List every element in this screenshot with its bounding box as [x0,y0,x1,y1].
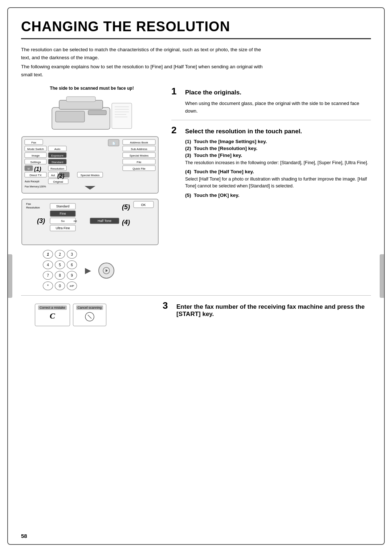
svg-text:Standard: Standard [56,204,70,208]
key-star[interactable]: * [43,281,53,290]
svg-text:Fax: Fax [26,202,31,206]
svg-text:Fine: Fine [60,212,66,215]
svg-text:📄: 📄 [112,142,115,145]
sub-step-4-desc: Select [Half Tone] for a photo or illust… [185,176,371,190]
keypad: 1 2 3 4 5 6 7 8 9 * 0 #/P [43,250,78,291]
key-2[interactable]: 2 [55,250,65,259]
face-up-box: The side to be scanned must be face up! [21,86,163,133]
step-3-left: Correct a mistake C Cancel scanning [21,300,163,326]
cancel-scanning-label: Cancel scanning [76,305,103,310]
left-column: The side to be scanned must be face up! [21,86,163,291]
svg-text:(2): (2) [57,173,65,179]
step-3-right: 3 Enter the fax number of the receiving … [163,300,371,321]
svg-text:(5): (5) [122,203,130,211]
key-4[interactable]: 4 [43,260,53,269]
start-icon [103,267,110,274]
cancel-icon [84,311,95,322]
svg-text:(4): (4) [122,219,130,226]
svg-text:Fax Memory:100%: Fax Memory:100% [25,185,46,188]
svg-text:Ultra Fine: Ultra Fine [56,226,70,230]
section-sep-1 [171,120,371,120]
step-2-number: 2 [171,125,181,136]
start-button[interactable] [98,263,114,279]
svg-text:Original: Original [53,180,63,183]
svg-text:Mode Switch: Mode Switch [27,147,44,151]
step-2: 2 Select the resolution in the touch pan… [171,125,371,198]
svg-rect-11 [22,137,158,193]
section-sep-2 [21,295,371,296]
key-9[interactable]: 9 [67,271,77,280]
machine-illustration [45,93,139,133]
key-1[interactable]: 1 [43,250,53,259]
step-1: 1 Place the originals. When using the do… [171,86,371,114]
svg-text:Standard: Standard [52,161,63,164]
step-1-desc: When using the document glass, place the… [185,100,371,114]
step-3-number: 3 [163,300,173,311]
step-1-header: 1 Place the originals. [171,86,371,97]
sub-step-2: (2) Touch the [Resolution] key. [185,146,371,151]
correct-mistake-button[interactable]: Correct a mistake C [35,304,70,326]
svg-text:Auto: Auto [54,147,61,151]
right-column: 1 Place the originals. When using the do… [171,86,371,291]
keypad-area: 1 2 3 4 5 6 7 8 9 * 0 #/P ▶ [43,250,163,291]
svg-text:Aut: Aut [51,174,55,177]
svg-text:OK: OK [141,203,146,207]
page-title: CHANGING THE RESOLUTION [21,19,371,39]
page-container: CHANGING THE RESOLUTION The resolution c… [7,7,385,545]
right-side-bar [380,254,384,298]
resolution-panel: Fax Resolution OK Standard Fine Su [21,198,163,247]
svg-text:Sub Address: Sub Address [131,147,147,151]
key-0[interactable]: 0 [55,281,65,290]
svg-line-81 [88,315,91,319]
svg-text:Auto Recepti: Auto Recepti [25,180,40,183]
step-3-header: 3 Enter the fax number of the receiving … [163,300,371,318]
arrow-right-icon: ▶ [85,266,91,275]
key-6[interactable]: 6 [67,260,77,269]
step-3-title: Enter the fax number of the receiving fa… [176,303,371,318]
svg-text:File: File [137,161,142,164]
svg-text:Exposure: Exposure [51,154,64,157]
cancel-symbol [76,311,103,324]
svg-text:Fax: Fax [31,141,36,144]
sub-step-3-desc: The resolution increases in the followin… [185,159,371,166]
svg-text:(3): (3) [37,217,45,224]
svg-text:Direct TX: Direct TX [29,174,42,177]
sub-step-1: (1) Touch the [Image Settings] key. [185,139,371,144]
step-3-row: Correct a mistake C Cancel scanning 3 [21,300,371,326]
svg-text:Half Tone: Half Tone [98,219,111,223]
key-5[interactable]: 5 [55,260,65,269]
svg-text:Resolution: Resolution [26,206,40,209]
svg-text:Su: Su [61,219,65,223]
left-side-bar [8,254,12,298]
correct-symbol: C [38,311,67,321]
svg-text:Special Modes: Special Modes [81,174,99,177]
svg-text:Settings: Settings [30,161,41,164]
svg-text:Resolution: Resolution [50,167,64,170]
svg-rect-1 [56,111,85,122]
main-content: The side to be scanned must be face up! [21,86,371,291]
panel-svg-1: Fax Mode Switch Auto Image Exposure Sett [21,136,159,194]
svg-rect-2 [88,110,106,115]
sub-step-5: (5) Touch the [OK] key. [185,193,371,198]
svg-text:Address Book: Address Book [130,141,148,144]
intro-text-1: The resolution can be selected to match … [21,46,268,61]
svg-text:(1): (1) [34,166,41,172]
panel-svg-2: Fax Resolution OK Standard Fine Su [21,198,159,246]
sub-step-3: (3) Touch the [Fine] key. [185,153,371,158]
key-8[interactable]: 8 [55,271,65,280]
key-3[interactable]: 3 [67,250,77,259]
step-2-title: Select the resolution in the touch panel… [185,128,302,135]
step-2-header: 2 Select the resolution in the touch pan… [171,125,371,136]
face-up-label: The side to be scanned must be face up! [21,86,163,91]
sub-step-4: (4) Touch the [Half Tone] key. [185,169,371,174]
svg-text:M: M [28,167,30,170]
cancel-scanning-button[interactable]: Cancel scanning [73,304,107,326]
svg-text:Quick File: Quick File [132,167,146,170]
page-number: 58 [21,533,27,539]
svg-text:ne: ne [74,219,77,223]
svg-text:Image: Image [32,154,40,157]
key-7[interactable]: 7 [43,271,53,280]
correct-mistake-label: Correct a mistake [38,305,67,310]
intro-text-2: The following example explains how to se… [21,63,268,78]
key-hashp[interactable]: #/P [67,281,77,290]
